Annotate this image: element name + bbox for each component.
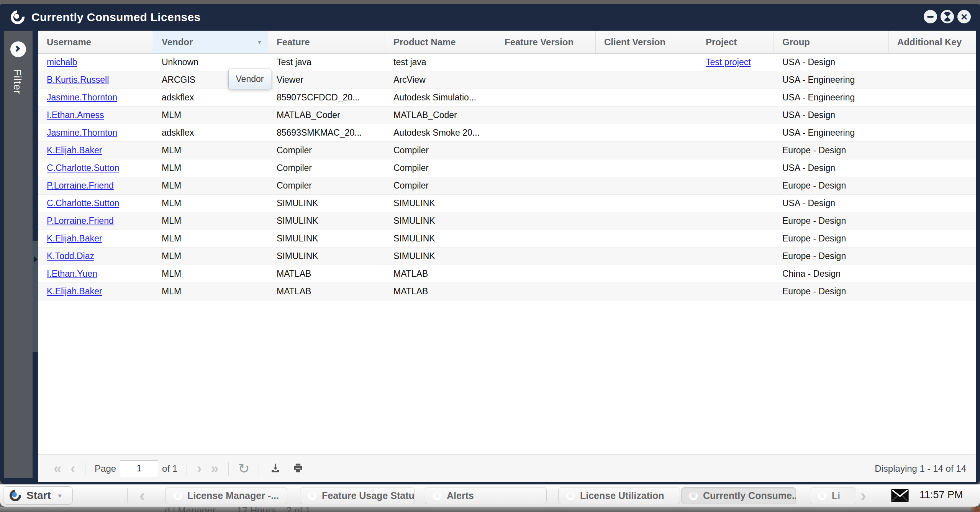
cell-feature: SIMULINK <box>268 248 385 265</box>
project-link[interactable]: Test project <box>706 57 751 67</box>
cell-feature: Viewer <box>268 71 385 89</box>
username-link[interactable]: michalb <box>47 57 77 67</box>
splitter-handle[interactable] <box>33 241 38 352</box>
username-link[interactable]: I.Ethan.Yuen <box>47 269 97 279</box>
cell-feature_version <box>496 195 596 212</box>
table-row[interactable]: michalbUnknownTest javatest javaTest pro… <box>38 54 976 71</box>
cell-group: Europe - Design <box>774 248 889 265</box>
page-number-input[interactable] <box>120 460 158 477</box>
username-link[interactable]: K.Elijah.Baker <box>47 286 102 297</box>
taskbar-button-li[interactable]: Li <box>810 487 856 504</box>
table-row[interactable]: Jasmine.Thorntonadskflex85693SMKMAC_20..… <box>38 124 976 142</box>
taskbar-button-currently-consume[interactable]: Currently Consume... <box>681 487 796 504</box>
page-label: Page <box>95 463 116 474</box>
taskbar-button-license-utilization[interactable]: License Utilization <box>558 487 680 504</box>
minimize-button-icon[interactable] <box>924 10 937 23</box>
cell-username: C.Charlotte.Sutton <box>38 159 153 177</box>
taskbar-button-license-manager[interactable]: License Manager -... <box>166 487 287 504</box>
cell-product_name: MATLAB <box>385 283 496 300</box>
column-dropdown-trigger-icon[interactable]: ▼ <box>251 31 268 53</box>
taskbar-button-alerts[interactable]: Alerts <box>425 487 547 504</box>
cell-project <box>697 124 774 141</box>
background-window-text: d | Manager 17 Hours 2 of 1 <box>165 507 310 512</box>
cell-client_version <box>596 248 697 265</box>
export-download-icon[interactable] <box>270 462 281 475</box>
task-app-icon <box>566 492 575 500</box>
table-row[interactable]: K.Todd.DiazMLMSIMULINKSIMULINKEurope - D… <box>38 248 976 265</box>
cell-vendor: MLM <box>153 265 268 282</box>
cell-product_name: Compiler <box>385 177 496 194</box>
start-logo-icon <box>10 490 21 501</box>
cell-username: michalb <box>38 54 153 71</box>
table-row[interactable]: K.Elijah.BakerMLMSIMULINKSIMULINKEurope … <box>38 230 976 248</box>
column-header-group[interactable]: Group <box>774 31 889 53</box>
username-link[interactable]: C.Charlotte.Sutton <box>47 198 119 208</box>
cell-project <box>697 107 774 124</box>
cell-additional_key <box>889 230 976 247</box>
username-link[interactable]: C.Charlotte.Sutton <box>47 163 119 173</box>
table-row[interactable]: C.Charlotte.SuttonMLMSIMULINKSIMULINKUSA… <box>38 195 976 212</box>
taskbar-scroll-right-icon[interactable]: › <box>860 486 866 505</box>
table-row[interactable]: Jasmine.Thorntonadskflex85907SCFDCD_20..… <box>38 89 976 107</box>
column-header-client_version[interactable]: Client Version <box>596 31 697 53</box>
cell-group: Europe - Design <box>774 230 889 247</box>
first-page-icon[interactable]: « <box>54 457 61 480</box>
username-link[interactable]: I.Ethan.Amess <box>47 110 104 120</box>
cell-feature_version <box>496 265 596 282</box>
column-header-label: Group <box>782 37 810 48</box>
username-link[interactable]: P.Lorraine.Friend <box>47 181 114 191</box>
table-row[interactable]: P.Lorraine.FriendMLMSIMULINKSIMULINKEuro… <box>38 212 976 230</box>
cell-product_name: MATLAB <box>385 265 496 282</box>
table-row[interactable]: P.Lorraine.FriendMLMCompilerCompilerEuro… <box>38 177 976 195</box>
table-row[interactable]: B.Kurtis.RussellARCGISViewerArcViewUSA -… <box>38 71 976 89</box>
username-link[interactable]: K.Elijah.Baker <box>47 145 102 156</box>
table-row[interactable]: K.Elijah.BakerMLMMATLABMATLABEurope - De… <box>38 283 976 300</box>
username-link[interactable]: P.Lorraine.Friend <box>47 216 114 226</box>
refresh-icon[interactable]: ↻ <box>238 461 249 477</box>
print-icon[interactable] <box>292 462 304 475</box>
table-row[interactable]: K.Elijah.BakerMLMCompilerCompilerEurope … <box>38 142 976 159</box>
divider <box>882 488 882 503</box>
column-header-feature[interactable]: Feature <box>268 31 385 53</box>
cell-feature: 85907SCFDCD_20... <box>268 89 385 106</box>
start-button[interactable]: Start ▼ <box>3 486 73 505</box>
close-button-icon[interactable]: × <box>957 10 971 23</box>
column-header-additional_key[interactable]: Additional Key <box>889 31 976 53</box>
cell-product_name: Compiler <box>385 142 496 159</box>
username-link[interactable]: Jasmine.Thornton <box>47 92 117 103</box>
cell-additional_key <box>889 212 976 230</box>
cell-feature_version <box>496 159 596 177</box>
column-header-product_name[interactable]: Product Name <box>385 31 496 53</box>
table-row[interactable]: C.Charlotte.SuttonMLMCompilerCompilerUSA… <box>38 159 976 177</box>
cell-vendor: MLM <box>153 177 268 194</box>
column-header-username[interactable]: Username <box>38 31 153 53</box>
column-header-project[interactable]: Project <box>697 31 774 53</box>
cell-additional_key <box>889 54 976 71</box>
username-link[interactable]: K.Todd.Diaz <box>47 251 94 261</box>
window-titlebar[interactable]: Currently Consumed Licenses × <box>0 4 980 31</box>
cell-username: K.Elijah.Baker <box>38 283 153 300</box>
task-button-label: Alerts <box>447 490 474 501</box>
maximize-button-icon[interactable] <box>941 10 954 23</box>
column-header-vendor[interactable]: Vendor▼ <box>153 31 268 53</box>
cell-product_name: SIMULINK <box>385 230 496 247</box>
taskbar-button-feature-usage-status[interactable]: Feature Usage Status <box>300 487 415 504</box>
table-row[interactable]: I.Ethan.AmessMLMMATLAB_CoderMATLAB_Coder… <box>38 107 976 124</box>
taskbar-scroll-left-icon[interactable]: ‹ <box>139 486 145 505</box>
cell-product_name: Autodesk Smoke 20... <box>385 124 496 141</box>
username-link[interactable]: Jasmine.Thornton <box>47 128 117 138</box>
mail-envelope-icon[interactable] <box>891 489 909 504</box>
filter-expand-icon[interactable] <box>10 41 26 57</box>
next-page-icon[interactable]: › <box>197 457 202 480</box>
prev-page-icon[interactable]: ‹ <box>70 457 75 480</box>
username-link[interactable]: B.Kurtis.Russell <box>47 75 109 85</box>
window-title: Currently Consumed Licenses <box>31 11 201 24</box>
last-page-icon[interactable]: » <box>211 457 218 480</box>
column-header-feature_version[interactable]: Feature Version <box>496 31 596 53</box>
filter-panel-collapsed[interactable]: Filter <box>4 31 33 478</box>
cell-username: Jasmine.Thornton <box>38 124 153 141</box>
username-link[interactable]: K.Elijah.Baker <box>47 233 102 244</box>
table-row[interactable]: I.Ethan.YuenMLMMATLABMATLABChina - Desig… <box>38 265 976 283</box>
cell-username: I.Ethan.Yuen <box>38 265 153 282</box>
grid-header: UsernameVendor▼FeatureProduct NameFeatur… <box>38 31 976 54</box>
